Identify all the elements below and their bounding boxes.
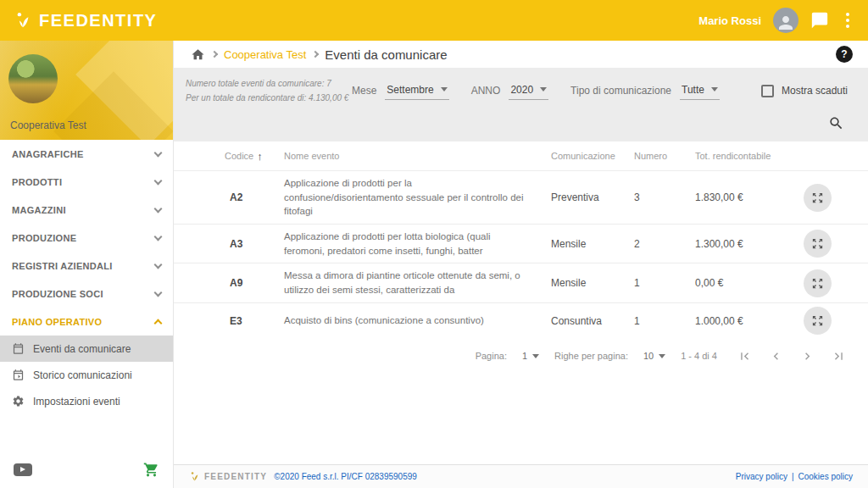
cell-comunicazione: Mensile (551, 277, 634, 289)
user-avatar[interactable] (773, 8, 798, 33)
sidebar-footer (0, 451, 173, 488)
expand-icon (811, 237, 824, 250)
sidebar-item-anagrafiche[interactable]: ANAGRAFICHE (0, 140, 173, 168)
company-name: Cooperativa Test (10, 119, 86, 131)
year-select[interactable]: 2020 (509, 82, 548, 100)
cell-codice: A2 (225, 191, 284, 203)
company-photo[interactable] (8, 54, 58, 103)
breadcrumb-separator-icon (211, 51, 218, 58)
table-row: A2 Applicazione di prodotti per la confu… (174, 170, 868, 224)
page-title: Eventi da comunicare (325, 47, 447, 62)
header-numero[interactable]: Numero (634, 151, 695, 161)
cell-comunicazione: Mensile (551, 238, 634, 250)
cookies-policy-link[interactable]: Cookies policy (798, 472, 853, 481)
type-select[interactable]: Tutte (680, 82, 720, 100)
search-icon[interactable] (828, 115, 844, 131)
sidebar-subitem-impostazioni-eventi[interactable]: Impostazioni eventi (0, 388, 173, 414)
app-window: FEEDENTITY Mario Rossi Cooperativa Test … (0, 0, 868, 488)
header-codice[interactable]: Codice ↑ (225, 150, 284, 163)
youtube-icon[interactable] (14, 463, 32, 476)
table-section: Codice ↑ Nome evento Comunicazione Numer… (174, 141, 868, 464)
cell-nome: Applicazione di prodotti per la confusio… (284, 171, 551, 224)
topbar-right: Mario Rossi (698, 8, 854, 33)
privacy-policy-link[interactable]: Privacy policy (736, 472, 787, 481)
chevron-up-icon (154, 319, 163, 328)
expand-row-button[interactable] (804, 269, 832, 297)
overflow-menu-icon[interactable] (841, 11, 854, 30)
table-header: Codice ↑ Nome evento Comunicazione Numer… (174, 141, 868, 170)
brand-logo[interactable]: FEEDENTITY (14, 11, 157, 30)
page-label: Pagina: (476, 351, 507, 361)
chevron-down-icon (154, 260, 163, 269)
table-row: A9 Messa a dimora di piantine orticole o… (174, 263, 868, 302)
month-filter: Mese Settembre (352, 82, 449, 100)
page-select[interactable]: 1 (522, 351, 539, 361)
breadcrumb-separator-icon (312, 51, 319, 58)
calendar-icon (12, 342, 25, 355)
cell-codice: A9 (225, 277, 284, 289)
next-page-icon[interactable] (800, 349, 815, 363)
cell-tot: 1.300,00 € (695, 238, 790, 250)
expand-row-button[interactable] (804, 184, 832, 212)
person-icon (776, 13, 796, 33)
chevron-down-icon (154, 176, 163, 185)
footer-separator: | (792, 472, 794, 481)
cell-tot: 1.000,00 € (695, 315, 790, 327)
header-nome-evento[interactable]: Nome evento (284, 151, 551, 161)
first-page-icon[interactable] (737, 349, 752, 363)
header-tot-rendicontabile[interactable]: Tot. rendicontabile (695, 151, 790, 161)
sprout-logo-icon (189, 471, 200, 482)
sidebar-item-produzione-soci[interactable]: PRODUZIONE SOCI (0, 280, 173, 308)
sidebar-header: Cooperativa Test (0, 41, 173, 140)
summary-line-1: Numero totale eventi da comunicare: 7 (186, 76, 352, 91)
user-name[interactable]: Mario Rossi (698, 14, 761, 27)
pagination: Pagina: 1 Righe per pagina: 10 1 - 4 di … (174, 339, 868, 363)
expand-row-button[interactable] (804, 230, 832, 258)
cell-tot: 0,00 € (695, 277, 790, 289)
help-button[interactable]: ? (836, 46, 853, 63)
cart-icon[interactable] (143, 462, 159, 478)
sidebar-item-produzione[interactable]: PRODUZIONE (0, 224, 173, 252)
sidebar-item-prodotti[interactable]: PRODOTTI (0, 168, 173, 196)
sidebar-subitem-storico-comunicazioni[interactable]: Storico comunicazioni (0, 362, 173, 388)
footer-brand: FEEDENTITY (189, 471, 267, 482)
cell-numero: 1 (634, 277, 695, 289)
expand-icon (811, 191, 824, 204)
sidebar-item-magazzini[interactable]: MAGAZZINI (0, 196, 173, 224)
home-icon[interactable] (191, 47, 205, 62)
rows-per-page-label: Righe per pagina: (554, 351, 628, 361)
table-row: E3 Acquisto di bins (comunicazione a con… (174, 302, 868, 339)
cell-nome: Applicazione di prodotti per lotta biolo… (284, 225, 551, 263)
type-label: Tipo di comunicazione (570, 85, 671, 97)
rows-per-page-select[interactable]: 10 (643, 351, 665, 361)
month-select[interactable]: Settembre (385, 82, 448, 100)
table-row: A3 Applicazione di prodotti per lotta bi… (174, 224, 868, 263)
page-range: 1 - 4 di 4 (681, 351, 717, 361)
sidebar-item-piano-operativo[interactable]: PIANO OPERATIVO (0, 308, 173, 336)
type-filter: Tipo di comunicazione Tutte (570, 82, 720, 100)
sidebar-item-registri-aziendali[interactable]: REGISTRI AZIENDALI (0, 252, 173, 280)
expand-icon (811, 277, 824, 290)
breadcrumb-parent-link[interactable]: Cooperativa Test (224, 48, 306, 61)
sort-asc-icon[interactable]: ↑ (257, 150, 263, 163)
prev-page-icon[interactable] (769, 349, 783, 363)
cell-nome: Acquisto di bins (comunicazione a consun… (284, 308, 551, 333)
show-expired-checkbox[interactable] (761, 85, 774, 97)
caret-down-icon (659, 354, 665, 358)
header-comunicazione[interactable]: Comunicazione (551, 151, 634, 161)
sidebar-subitem-eventi-da-comunicare[interactable]: Eventi da comunicare (0, 336, 173, 362)
cell-tot: 1.830,00 € (695, 191, 790, 203)
expand-row-button[interactable] (804, 307, 832, 335)
sidebar: Cooperativa Test ANAGRAFICHE PRODOTTI MA… (0, 41, 174, 488)
year-label: ANNO (471, 85, 501, 97)
footer-copyright: ©2020 Feed s.r.l. PI/CF 02839590599 (274, 472, 417, 481)
chat-icon[interactable] (810, 11, 829, 30)
topbar: FEEDENTITY Mario Rossi (0, 0, 868, 41)
caret-down-icon (711, 87, 718, 92)
last-page-icon[interactable] (832, 349, 846, 363)
chevron-down-icon (154, 288, 163, 297)
show-expired-toggle[interactable]: Mostra scaduti (761, 85, 848, 97)
chevron-down-icon (154, 232, 163, 241)
summary-line-2: Per un totale da rendicontare di: 4.130,… (186, 91, 352, 105)
sidebar-menu: ANAGRAFICHE PRODOTTI MAGAZZINI PRODUZION… (0, 140, 173, 451)
